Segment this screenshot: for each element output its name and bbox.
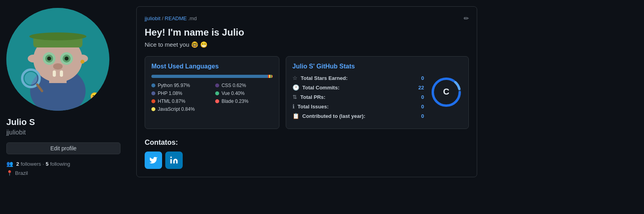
location-icon: 📍 — [6, 170, 13, 176]
lang-dot-blade — [215, 99, 219, 103]
following-label: following — [50, 161, 70, 167]
language-bar — [151, 75, 273, 78]
issues-icon: ℹ — [292, 103, 294, 110]
edit-profile-button[interactable]: Edit profile — [6, 142, 120, 154]
breadcrumb-separator: / — [162, 15, 164, 21]
lang-dot-python — [151, 83, 155, 87]
username-display: Julio S — [6, 117, 120, 127]
followers-label: followers — [21, 161, 41, 167]
stars-label: Total Stars Earned: — [301, 75, 348, 81]
stat-row-stars: ☆ Total Stars Earned: 0 — [292, 75, 424, 81]
languages-card: Most Used Languages Python 95.97% CSS 0.… — [145, 56, 279, 129]
lang-name-blade: Blade 0.23% — [222, 98, 248, 104]
lang-dot-vue — [215, 91, 219, 95]
lang-name-html: HTML 0.87% — [158, 98, 185, 104]
svg-point-15 — [53, 63, 63, 70]
twitter-button[interactable] — [145, 152, 162, 169]
list-item: JavaScript 0.84% — [151, 106, 209, 112]
list-item: Blade 0.23% — [215, 98, 273, 104]
lang-name-css: CSS 0.62% — [222, 83, 246, 88]
star-icon: ☆ — [292, 75, 298, 81]
lang-name-php: PHP 1.08% — [158, 91, 182, 96]
list-item: Python 95.97% — [151, 83, 209, 88]
svg-point-27 — [170, 157, 172, 158]
followers-icon: 👥 — [6, 161, 13, 167]
breadcrumb-file[interactable]: README — [165, 15, 187, 21]
list-item: HTML 0.87% — [151, 98, 209, 104]
stats-row: Most Used Languages Python 95.97% CSS 0.… — [145, 56, 469, 129]
readme-subtitle: Nice to meet you 🤓 😁 — [145, 41, 469, 48]
breadcrumb-ext: .md — [188, 15, 197, 21]
lang-dot-css — [215, 83, 219, 87]
following-count: 5 — [46, 161, 48, 167]
social-icons — [145, 152, 469, 169]
main-content: jjuliobit / README .md ✏ Hey! I'm name i… — [127, 0, 644, 214]
contributed-icon: 📋 — [292, 113, 299, 119]
svg-rect-17 — [60, 70, 63, 77]
location-text: Brazil — [15, 170, 28, 176]
left-sidebar: 😊 Julio S jjuliobit Edit profile 👥 2 fol… — [0, 0, 127, 214]
commit-icon: 🕐 — [292, 84, 299, 91]
languages-card-title: Most Used Languages — [151, 63, 273, 70]
followers-count: 2 — [16, 161, 19, 167]
issues-value: 0 — [421, 104, 424, 110]
list-item: CSS 0.62% — [215, 83, 273, 88]
stat-row-contributed: 📋 Contributed to (last year): 0 — [292, 113, 424, 119]
emoji-badge: 😊 — [90, 92, 100, 101]
contributed-label: Contributed to (last year): — [302, 113, 365, 119]
contatos-section: Contatos: — [145, 138, 469, 169]
svg-point-4 — [28, 55, 39, 62]
contributed-value: 0 — [421, 113, 424, 119]
lang-dot-html — [151, 99, 155, 103]
edit-pencil-icon[interactable]: ✏ — [464, 15, 469, 22]
svg-point-13 — [47, 57, 51, 61]
linkedin-icon — [170, 156, 178, 165]
github-stats-title: Julio S' GitHub Stats — [292, 63, 462, 70]
stat-row-commits: 🕐 Total Commits: 22 — [292, 84, 424, 91]
stat-row-prs: ⇅ Total PRs: 0 — [292, 94, 424, 100]
commits-value: 22 — [419, 85, 424, 91]
list-item: Vue 0.40% — [215, 91, 273, 96]
languages-grid: Python 95.97% CSS 0.62% PHP 1.08% Vue 0.… — [151, 83, 273, 112]
prs-value: 0 — [421, 94, 424, 100]
stat-row-issues: ℹ Total Issues: 0 — [292, 103, 424, 110]
svg-point-8 — [29, 32, 86, 40]
rank-circle-svg: C — [430, 76, 462, 108]
issues-label: Total Issues: — [298, 104, 329, 110]
stars-value: 0 — [421, 75, 424, 81]
svg-point-19 — [25, 72, 37, 85]
stats-list: ☆ Total Stars Earned: 0 🕐 Total Commits:… — [292, 75, 424, 122]
username-handle: jjuliobit — [6, 129, 120, 136]
followers-row: 👥 2 followers · 5 following — [6, 161, 120, 167]
list-item: PHP 1.08% — [151, 91, 209, 96]
breadcrumb-path: jjuliobit / README .md — [145, 15, 197, 21]
rank-circle-wrapper: C — [430, 76, 462, 108]
svg-rect-16 — [53, 70, 56, 77]
readme-card: jjuliobit / README .md ✏ Hey! I'm name i… — [136, 6, 477, 177]
github-stats-card: Julio S' GitHub Stats ☆ Total Stars Earn… — [286, 56, 469, 129]
readme-breadcrumb: jjuliobit / README .md ✏ — [145, 15, 469, 22]
breadcrumb-user[interactable]: jjuliobit — [145, 15, 161, 21]
pr-icon: ⇅ — [292, 94, 297, 100]
svg-text:C: C — [443, 87, 449, 97]
avatar: 😊 — [6, 8, 109, 111]
location-row: 📍 Brazil — [6, 170, 120, 176]
lang-dot-php — [151, 91, 155, 95]
svg-point-14 — [65, 57, 69, 61]
twitter-icon — [149, 156, 158, 165]
lang-name-python: Python 95.97% — [158, 83, 190, 88]
svg-point-21 — [80, 60, 84, 64]
commits-label: Total Commits: — [302, 85, 340, 91]
lang-name-vue: Vue 0.40% — [222, 91, 245, 96]
prs-label: Total PRs: — [300, 94, 325, 100]
readme-title: Hey! I'm name is Julio — [145, 27, 469, 38]
stats-inner: ☆ Total Stars Earned: 0 🕐 Total Commits:… — [292, 75, 462, 122]
svg-rect-26 — [170, 159, 172, 163]
linkedin-button[interactable] — [165, 152, 183, 169]
contatos-title: Contatos: — [145, 138, 469, 147]
lang-name-js: JavaScript 0.84% — [158, 106, 195, 112]
lang-dot-js — [151, 107, 155, 111]
